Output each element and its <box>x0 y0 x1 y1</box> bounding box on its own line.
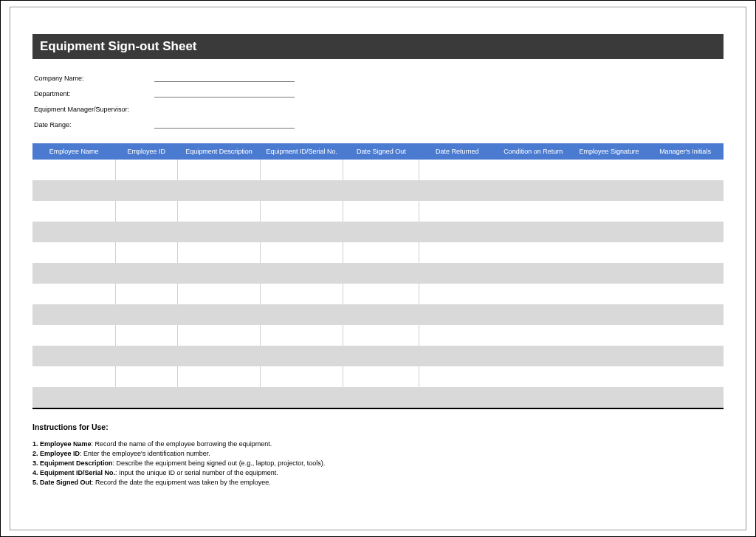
col-equipment-description: Equipment Description <box>177 143 260 160</box>
instruction-1-bold: 1. Employee Name <box>32 440 92 448</box>
instruction-3: 3. Equipment Description: Describe the e… <box>32 459 724 467</box>
col-date-returned: Date Returned <box>419 143 495 160</box>
instruction-5: 5. Date Signed Out: Record the date the … <box>32 479 724 486</box>
table-row[interactable] <box>32 160 724 180</box>
table-bottom-rule <box>32 408 724 409</box>
field-company[interactable] <box>154 73 295 82</box>
table-row[interactable] <box>32 180 724 201</box>
document-page: Equipment Sign-out Sheet Company Name: D… <box>10 7 746 530</box>
instruction-2-bold: 2. Employee ID <box>32 450 80 457</box>
field-date-range[interactable] <box>154 120 295 129</box>
instruction-5-bold: 5. Date Signed Out <box>32 479 92 486</box>
table-header-row: Employee Name Employee ID Equipment Desc… <box>32 143 724 160</box>
instruction-1: 1. Employee Name: Record the name of the… <box>32 440 724 448</box>
instruction-4-text: : Input the unique ID or serial number o… <box>115 469 278 476</box>
table-row[interactable] <box>32 346 724 366</box>
instructions-heading: Instructions for Use: <box>32 423 724 431</box>
table-body <box>32 160 724 408</box>
col-employee-id: Employee ID <box>115 143 177 160</box>
info-row-date-range: Date Range: <box>32 116 724 129</box>
instruction-3-bold: 3. Equipment Description <box>32 459 113 467</box>
col-manager-initials: Manager's Initials <box>647 143 724 160</box>
label-date-range: Date Range: <box>32 121 154 129</box>
field-department[interactable] <box>154 89 295 98</box>
instruction-4: 4. Equipment ID/Serial No.: Input the un… <box>32 469 724 476</box>
table-row[interactable] <box>32 242 724 263</box>
instruction-1-text: : Record the name of the employee borrow… <box>92 440 272 448</box>
info-row-department: Department: <box>32 85 724 98</box>
instruction-2-text: : Enter the employee's identification nu… <box>80 450 210 457</box>
instruction-4-bold: 4. Equipment ID/Serial No. <box>32 469 115 476</box>
signout-table: Employee Name Employee ID Equipment Desc… <box>32 143 724 408</box>
instructions-block: Instructions for Use: 1. Employee Name: … <box>32 423 724 486</box>
label-department: Department: <box>32 90 154 98</box>
instruction-2: 2. Employee ID: Enter the employee's ide… <box>32 450 724 457</box>
instruction-5-text: : Record the date the equipment was take… <box>92 479 271 486</box>
page-title: Equipment Sign-out Sheet <box>32 34 724 59</box>
table-row[interactable] <box>32 263 724 284</box>
col-employee-signature: Employee Signature <box>571 143 647 160</box>
table-row[interactable] <box>32 222 724 242</box>
table-row[interactable] <box>32 325 724 346</box>
info-row-manager: Equipment Manager/Supervisor: <box>32 100 724 113</box>
col-condition: Condition on Return <box>495 143 571 160</box>
table-row[interactable] <box>32 201 724 222</box>
table-row[interactable] <box>32 387 724 408</box>
col-date-signed-out: Date Signed Out <box>343 143 419 160</box>
col-employee-name: Employee Name <box>32 143 115 160</box>
table-row[interactable] <box>32 284 724 304</box>
info-row-company: Company Name: <box>32 69 724 82</box>
info-block: Company Name: Department: Equipment Mana… <box>32 69 724 129</box>
col-equipment-id: Equipment ID/Serial No. <box>261 143 343 160</box>
table-row[interactable] <box>32 366 724 387</box>
instruction-3-text: : Describe the equipment being signed ou… <box>113 459 326 467</box>
label-company: Company Name: <box>32 75 154 82</box>
table-row[interactable] <box>32 304 724 325</box>
label-manager: Equipment Manager/Supervisor: <box>32 106 154 113</box>
